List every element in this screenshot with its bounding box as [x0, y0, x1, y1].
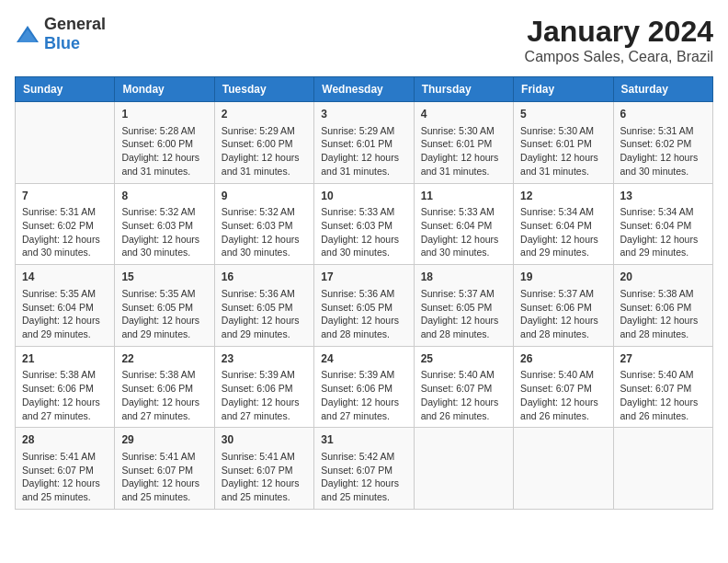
- day-info: Sunrise: 5:31 AMSunset: 6:02 PMDaylight:…: [620, 124, 706, 178]
- calendar-title: January 2024: [525, 15, 713, 49]
- day-info: Sunrise: 5:32 AMSunset: 6:03 PMDaylight:…: [222, 205, 307, 259]
- calendar-cell: 9Sunrise: 5:32 AMSunset: 6:03 PMDaylight…: [214, 183, 313, 265]
- calendar-subtitle: Campos Sales, Ceara, Brazil: [525, 49, 713, 65]
- calendar-cell: 30Sunrise: 5:41 AMSunset: 6:07 PMDayligh…: [214, 428, 313, 510]
- day-info: Sunrise: 5:28 AMSunset: 6:00 PMDaylight:…: [121, 124, 207, 178]
- day-number: 14: [22, 270, 108, 285]
- day-number: 9: [222, 189, 307, 204]
- week-row-4: 21Sunrise: 5:38 AMSunset: 6:06 PMDayligh…: [16, 346, 713, 428]
- day-number: 15: [121, 270, 207, 285]
- calendar-cell: 10Sunrise: 5:33 AMSunset: 6:03 PMDayligh…: [314, 183, 414, 265]
- day-info: Sunrise: 5:29 AMSunset: 6:00 PMDaylight:…: [222, 124, 307, 178]
- week-row-2: 7Sunrise: 5:31 AMSunset: 6:02 PMDaylight…: [16, 183, 713, 265]
- day-info: Sunrise: 5:35 AMSunset: 6:05 PMDaylight:…: [121, 287, 207, 341]
- day-info: Sunrise: 5:42 AMSunset: 6:07 PMDaylight:…: [321, 450, 406, 504]
- day-number: 23: [222, 351, 307, 367]
- header-thursday: Thursday: [414, 77, 513, 102]
- calendar-cell: 19Sunrise: 5:37 AMSunset: 6:06 PMDayligh…: [514, 265, 613, 347]
- calendar-cell: [16, 102, 115, 184]
- header-monday: Monday: [115, 77, 214, 102]
- day-number: 31: [321, 432, 406, 448]
- day-number: 20: [620, 270, 706, 285]
- header-row: SundayMondayTuesdayWednesdayThursdayFrid…: [16, 77, 713, 102]
- calendar-header: SundayMondayTuesdayWednesdayThursdayFrid…: [16, 77, 713, 102]
- logo: General Blue: [15, 15, 106, 53]
- calendar-cell: 27Sunrise: 5:40 AMSunset: 6:07 PMDayligh…: [613, 346, 712, 428]
- calendar-cell: 7Sunrise: 5:31 AMSunset: 6:02 PMDaylight…: [16, 183, 115, 265]
- day-number: 21: [22, 351, 108, 367]
- day-info: Sunrise: 5:37 AMSunset: 6:06 PMDaylight:…: [520, 287, 606, 341]
- calendar-cell: 13Sunrise: 5:34 AMSunset: 6:04 PMDayligh…: [613, 183, 712, 265]
- day-info: Sunrise: 5:41 AMSunset: 6:07 PMDaylight:…: [121, 450, 207, 504]
- page-header: General Blue January 2024 Campos Sales, …: [15, 15, 713, 65]
- day-number: 25: [421, 351, 506, 367]
- title-block: January 2024 Campos Sales, Ceara, Brazil: [525, 15, 713, 65]
- day-number: 18: [421, 270, 506, 285]
- logo-icon: [15, 24, 40, 44]
- calendar-cell: 21Sunrise: 5:38 AMSunset: 6:06 PMDayligh…: [16, 346, 115, 428]
- calendar-cell: 3Sunrise: 5:29 AMSunset: 6:01 PMDaylight…: [314, 102, 414, 184]
- calendar-cell: 8Sunrise: 5:32 AMSunset: 6:03 PMDaylight…: [115, 183, 214, 265]
- day-number: 2: [222, 107, 307, 122]
- day-number: 7: [22, 189, 108, 204]
- day-number: 17: [321, 270, 406, 285]
- day-number: 26: [520, 351, 606, 367]
- day-info: Sunrise: 5:30 AMSunset: 6:01 PMDaylight:…: [520, 124, 606, 178]
- day-number: 4: [421, 107, 506, 122]
- calendar-cell: 12Sunrise: 5:34 AMSunset: 6:04 PMDayligh…: [514, 183, 613, 265]
- day-number: 5: [520, 107, 606, 122]
- day-number: 11: [421, 189, 506, 204]
- calendar-cell: [414, 428, 513, 510]
- week-row-5: 28Sunrise: 5:41 AMSunset: 6:07 PMDayligh…: [16, 428, 713, 510]
- day-number: 13: [620, 189, 706, 204]
- calendar-cell: 31Sunrise: 5:42 AMSunset: 6:07 PMDayligh…: [314, 428, 414, 510]
- header-saturday: Saturday: [613, 77, 712, 102]
- calendar-cell: 18Sunrise: 5:37 AMSunset: 6:05 PMDayligh…: [414, 265, 513, 347]
- day-info: Sunrise: 5:33 AMSunset: 6:04 PMDaylight:…: [421, 205, 506, 259]
- header-wednesday: Wednesday: [314, 77, 414, 102]
- day-info: Sunrise: 5:29 AMSunset: 6:01 PMDaylight:…: [321, 124, 406, 178]
- week-row-1: 1Sunrise: 5:28 AMSunset: 6:00 PMDaylight…: [16, 102, 713, 184]
- header-friday: Friday: [514, 77, 613, 102]
- calendar-body: 1Sunrise: 5:28 AMSunset: 6:00 PMDaylight…: [16, 102, 713, 510]
- logo-general: General: [44, 15, 106, 33]
- calendar-cell: 14Sunrise: 5:35 AMSunset: 6:04 PMDayligh…: [16, 265, 115, 347]
- day-info: Sunrise: 5:36 AMSunset: 6:05 PMDaylight:…: [222, 287, 307, 341]
- header-tuesday: Tuesday: [214, 77, 313, 102]
- calendar-cell: 4Sunrise: 5:30 AMSunset: 6:01 PMDaylight…: [414, 102, 513, 184]
- day-info: Sunrise: 5:40 AMSunset: 6:07 PMDaylight:…: [520, 368, 606, 422]
- calendar-cell: 29Sunrise: 5:41 AMSunset: 6:07 PMDayligh…: [115, 428, 214, 510]
- day-number: 24: [321, 351, 406, 367]
- day-info: Sunrise: 5:40 AMSunset: 6:07 PMDaylight:…: [421, 368, 506, 422]
- calendar-cell: 11Sunrise: 5:33 AMSunset: 6:04 PMDayligh…: [414, 183, 513, 265]
- calendar-cell: 23Sunrise: 5:39 AMSunset: 6:06 PMDayligh…: [214, 346, 313, 428]
- calendar-cell: 28Sunrise: 5:41 AMSunset: 6:07 PMDayligh…: [16, 428, 115, 510]
- day-info: Sunrise: 5:40 AMSunset: 6:07 PMDaylight:…: [620, 368, 706, 422]
- calendar-cell: 1Sunrise: 5:28 AMSunset: 6:00 PMDaylight…: [115, 102, 214, 184]
- day-number: 10: [321, 189, 406, 204]
- day-number: 6: [620, 107, 706, 122]
- day-info: Sunrise: 5:32 AMSunset: 6:03 PMDaylight:…: [121, 205, 207, 259]
- day-info: Sunrise: 5:41 AMSunset: 6:07 PMDaylight:…: [22, 450, 108, 504]
- calendar-cell: 26Sunrise: 5:40 AMSunset: 6:07 PMDayligh…: [514, 346, 613, 428]
- day-number: 12: [520, 189, 606, 204]
- day-number: 29: [121, 432, 207, 448]
- day-number: 16: [222, 270, 307, 285]
- calendar-cell: 17Sunrise: 5:36 AMSunset: 6:05 PMDayligh…: [314, 265, 414, 347]
- calendar-table: SundayMondayTuesdayWednesdayThursdayFrid…: [15, 76, 713, 510]
- calendar-cell: 20Sunrise: 5:38 AMSunset: 6:06 PMDayligh…: [613, 265, 712, 347]
- day-number: 19: [520, 270, 606, 285]
- day-number: 22: [121, 351, 207, 367]
- day-number: 30: [222, 432, 307, 448]
- week-row-3: 14Sunrise: 5:35 AMSunset: 6:04 PMDayligh…: [16, 265, 713, 347]
- calendar-cell: 16Sunrise: 5:36 AMSunset: 6:05 PMDayligh…: [214, 265, 313, 347]
- calendar-cell: [613, 428, 712, 510]
- calendar-cell: 15Sunrise: 5:35 AMSunset: 6:05 PMDayligh…: [115, 265, 214, 347]
- day-info: Sunrise: 5:38 AMSunset: 6:06 PMDaylight:…: [121, 368, 207, 422]
- calendar-cell: 22Sunrise: 5:38 AMSunset: 6:06 PMDayligh…: [115, 346, 214, 428]
- day-info: Sunrise: 5:41 AMSunset: 6:07 PMDaylight:…: [222, 450, 307, 504]
- day-number: 27: [620, 351, 706, 367]
- day-info: Sunrise: 5:34 AMSunset: 6:04 PMDaylight:…: [520, 205, 606, 259]
- calendar-cell: 6Sunrise: 5:31 AMSunset: 6:02 PMDaylight…: [613, 102, 712, 184]
- header-sunday: Sunday: [16, 77, 115, 102]
